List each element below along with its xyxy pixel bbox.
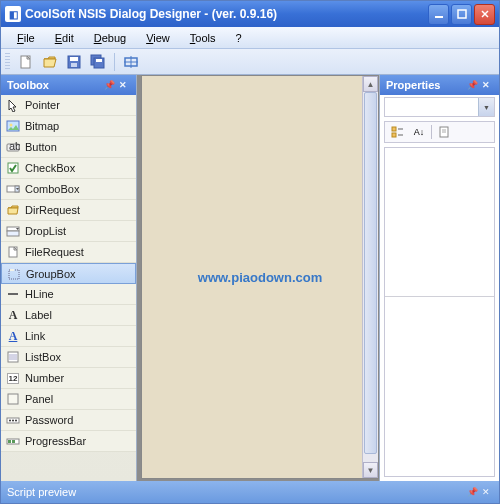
toolbar-grip[interactable] <box>5 53 10 71</box>
toolbox-item-number[interactable]: 12Number <box>1 368 136 389</box>
toolbox-list: PointerBitmapabButtonCheckBoxComboBoxDir… <box>1 95 136 481</box>
toolbox-item-filerequest[interactable]: FileRequest <box>1 242 136 263</box>
scroll-up-icon[interactable]: ▲ <box>363 76 378 92</box>
menu-debug[interactable]: Debug <box>84 29 136 47</box>
toolbox-item-combobox[interactable]: ComboBox <box>1 179 136 200</box>
pin-icon[interactable]: 📌 <box>465 485 479 499</box>
button-icon: ab <box>5 139 21 155</box>
menu-file[interactable]: File <box>7 29 45 47</box>
toolbox-item-label: ProgressBar <box>25 435 86 447</box>
menu-tools[interactable]: Tools <box>180 29 226 47</box>
script-preview-title: Script preview <box>7 486 76 498</box>
link-icon: A <box>5 328 21 344</box>
scroll-down-icon[interactable]: ▼ <box>363 462 378 478</box>
toolbox-item-dirrequest[interactable]: DirRequest <box>1 200 136 221</box>
svg-rect-7 <box>70 57 78 61</box>
combobox-icon <box>5 181 21 197</box>
window-buttons <box>428 4 495 25</box>
design-surface[interactable]: www.piaodown.com ▲ ▼ <box>141 75 379 479</box>
svg-rect-0 <box>435 16 443 18</box>
main-area: Toolbox 📌 ✕ PointerBitmapabButtonCheckBo… <box>1 75 499 481</box>
checkbox-icon <box>5 160 21 176</box>
toolbox-item-checkbox[interactable]: CheckBox <box>1 158 136 179</box>
toolbox-item-panel[interactable]: Panel <box>1 389 136 410</box>
toolbox-item-label: CheckBox <box>25 162 75 174</box>
properties-page-icon[interactable] <box>434 123 454 141</box>
toolbox-item-label: Password <box>25 414 73 426</box>
toolbox-item-label: Label <box>25 309 52 321</box>
number-icon: 12 <box>5 370 21 386</box>
toolbox-item-groupbox[interactable]: GroupBox <box>1 263 136 284</box>
svg-text:ab: ab <box>9 140 20 152</box>
properties-object-combo[interactable]: ▼ <box>384 97 495 117</box>
svg-rect-8 <box>71 63 77 67</box>
toolbox-item-hline[interactable]: HLine <box>1 284 136 305</box>
toolbox-item-pointer[interactable]: Pointer <box>1 95 136 116</box>
pin-icon[interactable]: 📌 <box>102 78 116 92</box>
properties-panel: Properties 📌 ✕ ▼ A↓ <box>379 75 499 481</box>
toolbox-item-link[interactable]: ALink <box>1 326 136 347</box>
save-all-button[interactable] <box>87 51 109 73</box>
svg-rect-41 <box>392 127 396 131</box>
svg-rect-33 <box>8 394 18 404</box>
svg-point-16 <box>10 124 13 127</box>
app-icon: ◧ <box>5 6 21 22</box>
svg-point-35 <box>9 420 11 422</box>
toolbox-item-listbox[interactable]: ListBox <box>1 347 136 368</box>
maximize-button[interactable] <box>451 4 472 25</box>
svg-rect-11 <box>96 59 102 62</box>
toolbox-header: Toolbox 📌 ✕ <box>1 75 136 95</box>
label-icon: A <box>5 307 21 323</box>
toolbox-item-progressbar[interactable]: ProgressBar <box>1 431 136 452</box>
toolbox-item-label: Number <box>25 372 64 384</box>
categorized-icon[interactable] <box>387 123 407 141</box>
toolbox-item-label: ComboBox <box>25 183 79 195</box>
svg-rect-39 <box>8 440 11 443</box>
menu-help[interactable]: ? <box>226 29 252 47</box>
pin-icon[interactable]: 📌 <box>465 78 479 92</box>
progressbar-icon <box>5 433 21 449</box>
dirrequest-icon <box>5 202 21 218</box>
new-button[interactable] <box>15 51 37 73</box>
toolbox-item-label: Pointer <box>25 99 60 111</box>
toolbox-item-droplist[interactable]: DropList <box>1 221 136 242</box>
design-surface-container: www.piaodown.com ▲ ▼ <box>137 75 379 481</box>
script-preview-panel: Script preview 📌 ✕ <box>1 481 499 503</box>
resize-button[interactable] <box>120 51 142 73</box>
svg-rect-26 <box>9 270 19 279</box>
svg-rect-42 <box>392 133 396 137</box>
properties-splitter[interactable] <box>385 296 494 300</box>
menubar: File Edit Debug View Tools ? <box>1 27 499 49</box>
close-panel-icon[interactable]: ✕ <box>479 485 493 499</box>
vertical-scrollbar[interactable]: ▲ ▼ <box>362 76 378 478</box>
toolbox-item-label: DirRequest <box>25 204 80 216</box>
properties-grid[interactable] <box>384 147 495 477</box>
alphabetical-sort-icon[interactable]: A↓ <box>409 123 429 141</box>
toolbox-panel: Toolbox 📌 ✕ PointerBitmapabButtonCheckBo… <box>1 75 137 481</box>
toolbox-item-label: DropList <box>25 225 66 237</box>
close-panel-icon[interactable]: ✕ <box>479 78 493 92</box>
svg-rect-27 <box>10 269 14 271</box>
toolbox-item-password[interactable]: Password <box>1 410 136 431</box>
toolbox-item-label: Bitmap <box>25 120 59 132</box>
svg-point-37 <box>15 420 17 422</box>
scroll-thumb[interactable] <box>364 92 377 454</box>
panel-icon <box>5 391 21 407</box>
chevron-down-icon[interactable]: ▼ <box>478 98 494 116</box>
filerequest-icon <box>5 244 21 260</box>
toolbox-item-bitmap[interactable]: Bitmap <box>1 116 136 137</box>
menu-view[interactable]: View <box>136 29 180 47</box>
toolbox-item-label: GroupBox <box>26 268 76 280</box>
close-panel-icon[interactable]: ✕ <box>116 78 130 92</box>
svg-rect-23 <box>7 231 19 236</box>
toolbox-item-button[interactable]: abButton <box>1 137 136 158</box>
toolbar <box>1 49 499 75</box>
open-button[interactable] <box>39 51 61 73</box>
password-icon <box>5 412 21 428</box>
toolbox-item-label[interactable]: ALabel <box>1 305 136 326</box>
minimize-button[interactable] <box>428 4 449 25</box>
menu-edit[interactable]: Edit <box>45 29 84 47</box>
save-button[interactable] <box>63 51 85 73</box>
listbox-icon <box>5 349 21 365</box>
close-button[interactable] <box>474 4 495 25</box>
